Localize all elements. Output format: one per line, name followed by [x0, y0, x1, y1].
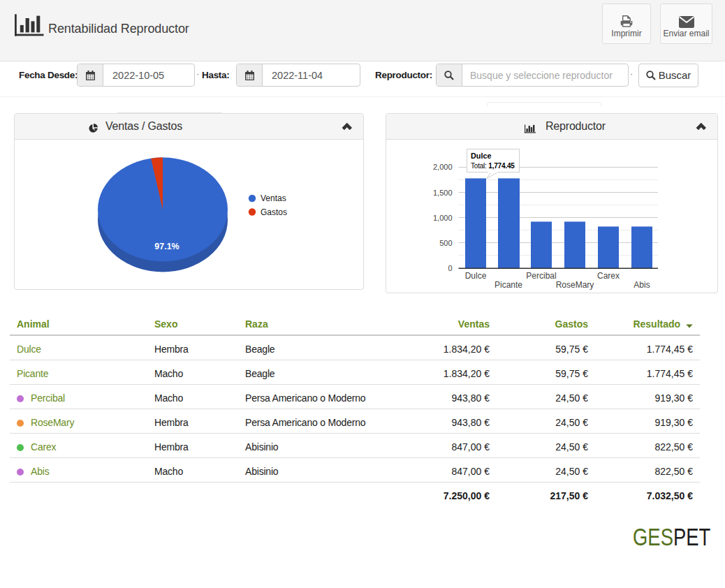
svg-text:Picante: Picante: [495, 280, 522, 290]
svg-text:Dulce: Dulce: [471, 152, 491, 160]
svg-text:1,500: 1,500: [433, 189, 453, 197]
svg-text:Dulce: Dulce: [465, 271, 487, 281]
svg-text:Percibal: Percibal: [526, 271, 556, 281]
svg-text:97.1%: 97.1%: [154, 242, 179, 251]
svg-text:RoseMary: RoseMary: [556, 280, 594, 290]
svg-text:Total: 1,774.45: Total: 1,774.45: [471, 162, 515, 170]
svg-text:Carex: Carex: [597, 271, 620, 281]
svg-text:500: 500: [439, 239, 452, 247]
svg-text:1,000: 1,000: [433, 214, 453, 222]
svg-text:Gastos: Gastos: [261, 207, 287, 217]
svg-text:0: 0: [448, 264, 452, 272]
svg-text:2,000: 2,000: [433, 163, 453, 171]
svg-text:Ventas: Ventas: [261, 193, 286, 203]
svg-text:Abis: Abis: [634, 280, 650, 290]
